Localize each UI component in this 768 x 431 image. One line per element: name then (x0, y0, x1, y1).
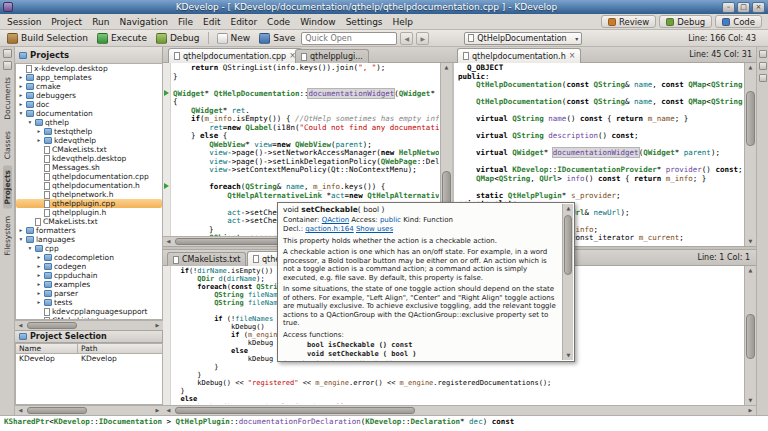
tree-item[interactable]: ▸cppduchain (16, 271, 162, 280)
chevron-right-icon[interactable]: ▸ (36, 271, 42, 280)
dock-tab-classes[interactable]: Classes (3, 127, 12, 163)
tree-item[interactable]: qthelpplugin.h (16, 208, 162, 217)
scroll-up-icon[interactable]: ▲ (745, 266, 756, 275)
project-selection-scrollbar[interactable]: ◀ ▶ (15, 405, 163, 415)
scroll-right-icon[interactable]: ▶ (152, 406, 163, 415)
chevron-right-icon[interactable]: ▸ (36, 298, 42, 307)
build-selection-button[interactable]: Build Selection (4, 32, 91, 45)
close-button[interactable]: × (752, 2, 765, 13)
chevron-down-icon[interactable]: ▾ (27, 118, 33, 127)
save-button[interactable]: Save (256, 32, 298, 45)
scrollbar-thumb[interactable] (27, 407, 87, 414)
menu-editor[interactable]: Editor (225, 16, 262, 28)
symbol-navigator-combo[interactable]: QtHelpDocumentation ▾ (464, 32, 582, 45)
tree-item[interactable]: ▸parser (16, 289, 162, 298)
tree-item[interactable]: ▾qthelp (16, 118, 162, 127)
new-button[interactable]: New (214, 32, 254, 45)
close-icon[interactable]: × (569, 52, 576, 60)
tree-item[interactable]: ▾languages (16, 235, 162, 244)
scrollbar-thumb[interactable] (746, 314, 755, 359)
tree-item[interactable]: x-kdevelop.desktop (16, 64, 162, 73)
area-code-button[interactable]: Code (715, 15, 762, 28)
chevron-right-icon[interactable]: ▸ (18, 100, 24, 109)
menu-run[interactable]: Run (87, 16, 114, 28)
dock-tab-filesystem[interactable]: Filesystem (3, 212, 12, 260)
editor-gutter[interactable] (163, 63, 171, 246)
dock-icon[interactable] (3, 61, 12, 70)
dock-icon[interactable] (759, 62, 767, 70)
menu-project[interactable]: Project (46, 16, 87, 28)
tree-horizontal-scrollbar[interactable]: ◀ ▶ (15, 320, 163, 330)
tab-cmakelists[interactable]: CMakeLists.txt (167, 252, 246, 266)
menu-session[interactable]: Session (2, 16, 46, 28)
chevron-right-icon[interactable]: ▸ (18, 73, 24, 82)
bottom-horizontal-scrollbar[interactable]: ◀ ▶ (163, 405, 756, 415)
execute-button[interactable]: Execute (94, 32, 150, 45)
navigate-back-button[interactable]: ◀ (400, 32, 413, 45)
chevron-down-icon[interactable]: ▾ (18, 109, 24, 118)
vertical-scrollbar[interactable]: ▲ ▼ (744, 63, 756, 246)
tree-item[interactable]: kdevcpplanguagesupport (16, 307, 162, 316)
chevron-right-icon[interactable]: ▸ (18, 226, 24, 235)
menu-edit[interactable]: Edit (198, 16, 225, 28)
scroll-left-icon[interactable]: ◀ (15, 321, 26, 330)
dock-tab-documents[interactable]: Documents (3, 73, 12, 124)
dock-icon[interactable] (759, 74, 767, 82)
tree-item[interactable]: qthelpnetwork.h (16, 190, 162, 199)
chevron-right-icon[interactable]: ▸ (36, 136, 42, 145)
tree-item[interactable]: ▸kdevqthelp (16, 136, 162, 145)
dock-icon[interactable] (3, 49, 12, 58)
navigate-forward-button[interactable]: ▶ (416, 32, 429, 45)
scroll-down-icon[interactable]: ▼ (745, 396, 756, 405)
menu-navigation[interactable]: Navigation (114, 16, 173, 28)
chevron-right-icon[interactable]: ▸ (36, 280, 42, 289)
scrollbar-thumb[interactable] (27, 322, 77, 329)
menu-window[interactable]: Window (295, 16, 341, 28)
scrollbar-thumb[interactable] (564, 215, 572, 275)
menu-code[interactable]: Code (262, 16, 295, 28)
scroll-down-icon[interactable]: ▼ (745, 237, 756, 246)
scroll-left-icon[interactable]: ◀ (163, 237, 174, 246)
tree-item[interactable]: ▸debuggers (16, 91, 162, 100)
tree-item[interactable]: qthelpplugin.cpp (16, 199, 162, 208)
scrollbar-thumb[interactable] (175, 407, 415, 414)
chevron-down-icon[interactable]: ▾ (18, 235, 24, 244)
tree-item[interactable]: CMakeLists.txt (16, 145, 162, 154)
quick-open-input[interactable] (301, 32, 397, 45)
column-header-path[interactable]: Path (78, 344, 140, 353)
column-header-name[interactable]: Name (16, 344, 78, 353)
show-uses-link[interactable]: Show uses (356, 225, 393, 233)
table-row[interactable]: KDevelop KDevelop (16, 354, 162, 364)
tooltip-scrollbar[interactable]: ▲ ▼ (562, 204, 573, 360)
see-also-link[interactable]: QAction::setChecked(). (315, 360, 396, 362)
tab-qthelpplugin[interactable]: qthelpplugi... (295, 49, 369, 63)
decl-link[interactable]: qaction.h:164 (305, 225, 353, 233)
tree-item[interactable]: ▸doc (16, 100, 162, 109)
tree-item[interactable]: ▸tests (16, 298, 162, 307)
tree-item[interactable]: ▸codegen (16, 262, 162, 271)
vertical-scrollbar[interactable]: ▲ ▼ (744, 266, 756, 405)
tree-item[interactable]: CMakeLists.txt (16, 217, 162, 226)
tab-qthelpdocumentation-cpp[interactable]: qthelpdocumentation.cpp × (168, 48, 302, 63)
tree-item[interactable]: ▾documentation (16, 109, 162, 118)
tree-item[interactable]: ▾cpp (16, 244, 162, 253)
tree-item[interactable]: kdevqthelp.desktop (16, 154, 162, 163)
scroll-left-icon[interactable]: ◀ (163, 406, 174, 415)
dock-icon[interactable] (759, 50, 767, 58)
chevron-right-icon[interactable]: ▸ (36, 127, 42, 136)
tree-item[interactable]: ▸examples (16, 280, 162, 289)
tab-qthelpdocumentation-h[interactable]: qthelpdocumentation.h × (457, 48, 581, 63)
menu-file[interactable]: File (173, 16, 198, 28)
tree-item[interactable]: ▸formatters (16, 226, 162, 235)
chevron-down-icon[interactable]: ▾ (27, 244, 33, 253)
declaration-line[interactable]: KSharedPtr<KDevelop::IDocumentation > Qt… (4, 418, 768, 427)
area-review-button[interactable]: Review (601, 15, 656, 28)
tree-item[interactable]: Messages.sh (16, 163, 162, 172)
area-debug-button[interactable]: Debug (659, 15, 712, 28)
scroll-right-icon[interactable]: ▶ (745, 406, 756, 415)
editor-gutter[interactable] (163, 266, 171, 405)
chevron-right-icon[interactable]: ▸ (18, 91, 24, 100)
menu-settings[interactable]: Settings (341, 16, 388, 28)
minimize-button[interactable]: – (722, 2, 735, 13)
chevron-right-icon[interactable]: ▸ (36, 253, 42, 262)
